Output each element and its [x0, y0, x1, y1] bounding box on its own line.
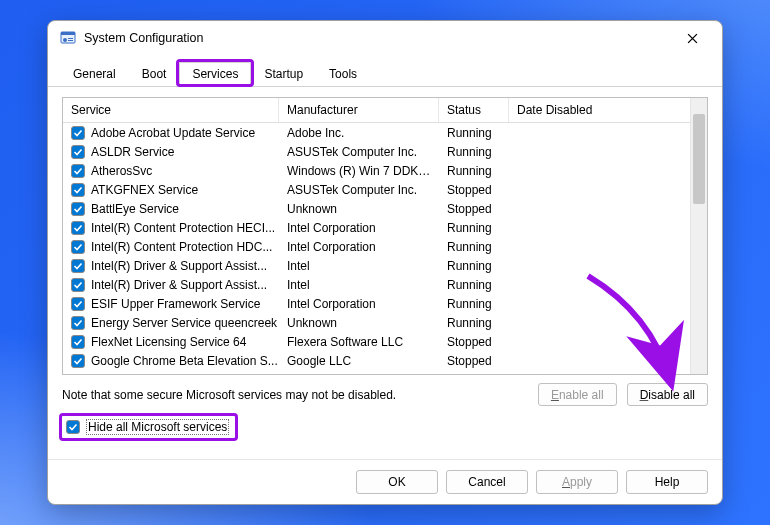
- services-tab-pane: Service Manufacturer Status Date Disable…: [48, 87, 722, 459]
- svg-rect-3: [68, 38, 73, 39]
- manufacturer: Google LLC: [279, 354, 439, 368]
- status: Stopped: [439, 202, 509, 216]
- table-row[interactable]: ASLDR ServiceASUSTek Computer Inc.Runnin…: [63, 142, 690, 161]
- service-name: ESIF Upper Framework Service: [91, 297, 260, 311]
- table-row[interactable]: AtherosSvcWindows (R) Win 7 DDK p...Runn…: [63, 161, 690, 180]
- column-status[interactable]: Status: [439, 98, 509, 122]
- table-row[interactable]: Adobe Acrobat Update ServiceAdobe Inc.Ru…: [63, 123, 690, 142]
- app-icon: [60, 30, 76, 46]
- column-date-disabled[interactable]: Date Disabled: [509, 98, 639, 122]
- enable-all-button[interactable]: EEnable allnable all: [538, 383, 617, 406]
- manufacturer: ASUSTek Computer Inc.: [279, 145, 439, 159]
- service-name: Intel(R) Driver & Support Assist...: [91, 278, 267, 292]
- row-checkbox[interactable]: [71, 126, 85, 140]
- titlebar: System Configuration: [48, 21, 722, 55]
- row-checkbox[interactable]: [71, 297, 85, 311]
- status: Stopped: [439, 335, 509, 349]
- row-checkbox[interactable]: [71, 354, 85, 368]
- column-service[interactable]: Service: [63, 98, 279, 122]
- table-row[interactable]: Intel(R) Driver & Support Assist...Intel…: [63, 275, 690, 294]
- tab-tools[interactable]: Tools: [316, 62, 370, 87]
- status: Running: [439, 259, 509, 273]
- disable-all-button[interactable]: Disable allDisable all: [627, 383, 708, 406]
- manufacturer: Intel: [279, 259, 439, 273]
- manufacturer: Intel Corporation: [279, 221, 439, 235]
- tab-label: General: [73, 67, 116, 81]
- status: Stopped: [439, 183, 509, 197]
- tab-general[interactable]: General: [60, 62, 129, 87]
- scrollbar[interactable]: [690, 98, 707, 374]
- cancel-button[interactable]: Cancel: [446, 470, 528, 494]
- scrollbar-thumb[interactable]: [693, 114, 705, 204]
- dialog-footer: OK Cancel ApplyApply Help: [48, 459, 722, 504]
- tab-label: Startup: [264, 67, 303, 81]
- table-row[interactable]: Intel(R) Content Protection HDC...Intel …: [63, 237, 690, 256]
- manufacturer: Intel: [279, 278, 439, 292]
- service-name: Intel(R) Content Protection HDC...: [91, 240, 272, 254]
- status: Running: [439, 316, 509, 330]
- system-configuration-dialog: System Configuration General Boot Servic…: [47, 20, 723, 505]
- row-checkbox[interactable]: [71, 145, 85, 159]
- service-name: Energy Server Service queencreek: [91, 316, 277, 330]
- service-name: ASLDR Service: [91, 145, 174, 159]
- table-row[interactable]: Intel(R) Driver & Support Assist...Intel…: [63, 256, 690, 275]
- service-name: ATKGFNEX Service: [91, 183, 198, 197]
- status: Running: [439, 221, 509, 235]
- manufacturer: Unknown: [279, 316, 439, 330]
- row-checkbox[interactable]: [71, 164, 85, 178]
- close-button[interactable]: [672, 24, 712, 52]
- svg-point-2: [63, 38, 67, 42]
- tab-label: Services: [192, 67, 238, 81]
- row-checkbox[interactable]: [71, 259, 85, 273]
- service-name: BattlEye Service: [91, 202, 179, 216]
- status: Running: [439, 278, 509, 292]
- table-row[interactable]: BattlEye ServiceUnknownStopped: [63, 199, 690, 218]
- table-row[interactable]: ESIF Upper Framework ServiceIntel Corpor…: [63, 294, 690, 313]
- status: Stopped: [439, 354, 509, 368]
- table-row[interactable]: FlexNet Licensing Service 64Flexera Soft…: [63, 332, 690, 351]
- service-name: FlexNet Licensing Service 64: [91, 335, 246, 349]
- services-table: Service Manufacturer Status Date Disable…: [62, 97, 708, 375]
- status: Running: [439, 297, 509, 311]
- apply-button[interactable]: ApplyApply: [536, 470, 618, 494]
- status: Running: [439, 126, 509, 140]
- row-checkbox[interactable]: [71, 278, 85, 292]
- manufacturer: Intel Corporation: [279, 240, 439, 254]
- tab-label: Tools: [329, 67, 357, 81]
- service-name: Intel(R) Driver & Support Assist...: [91, 259, 267, 273]
- table-header: Service Manufacturer Status Date Disable…: [63, 98, 690, 123]
- row-checkbox[interactable]: [71, 240, 85, 254]
- tab-boot[interactable]: Boot: [129, 62, 180, 87]
- row-checkbox[interactable]: [71, 202, 85, 216]
- window-title: System Configuration: [84, 31, 204, 45]
- table-row[interactable]: Intel(R) Content Protection HECI...Intel…: [63, 218, 690, 237]
- row-checkbox[interactable]: [71, 183, 85, 197]
- service-name: Intel(R) Content Protection HECI...: [91, 221, 275, 235]
- hide-microsoft-services-checkbox[interactable]: Hide all Microsoft services: [62, 416, 235, 438]
- svg-rect-4: [68, 40, 73, 41]
- row-checkbox[interactable]: [71, 221, 85, 235]
- row-checkbox[interactable]: [71, 335, 85, 349]
- table-row[interactable]: ATKGFNEX ServiceASUSTek Computer Inc.Sto…: [63, 180, 690, 199]
- service-name: Google Chrome Beta Elevation S...: [91, 354, 278, 368]
- tab-services[interactable]: Services: [179, 62, 251, 87]
- status: Running: [439, 164, 509, 178]
- help-button[interactable]: Help: [626, 470, 708, 494]
- status: Running: [439, 240, 509, 254]
- manufacturer: ASUSTek Computer Inc.: [279, 183, 439, 197]
- tab-startup[interactable]: Startup: [251, 62, 316, 87]
- close-icon: [687, 33, 698, 44]
- manufacturer: Flexera Software LLC: [279, 335, 439, 349]
- row-checkbox[interactable]: [71, 316, 85, 330]
- svg-rect-1: [61, 32, 75, 35]
- table-row[interactable]: Energy Server Service queencreekUnknownR…: [63, 313, 690, 332]
- manufacturer: Adobe Inc.: [279, 126, 439, 140]
- note-text: Note that some secure Microsoft services…: [62, 388, 528, 402]
- manufacturer: Unknown: [279, 202, 439, 216]
- checkbox-icon: [66, 420, 80, 434]
- tab-label: Boot: [142, 67, 167, 81]
- manufacturer: Windows (R) Win 7 DDK p...: [279, 164, 439, 178]
- table-row[interactable]: Google Chrome Beta Elevation S...Google …: [63, 351, 690, 370]
- column-manufacturer[interactable]: Manufacturer: [279, 98, 439, 122]
- ok-button[interactable]: OK: [356, 470, 438, 494]
